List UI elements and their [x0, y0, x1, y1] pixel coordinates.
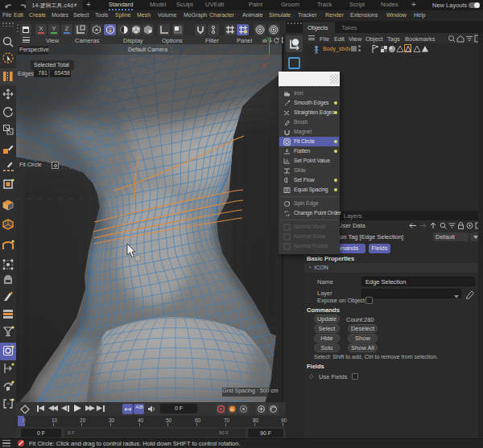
svg-text:A: A [230, 407, 233, 412]
svg-text:X: X [262, 62, 266, 69]
svg-text:A: A [286, 158, 289, 163]
svg-text:Y: Y [266, 35, 270, 43]
